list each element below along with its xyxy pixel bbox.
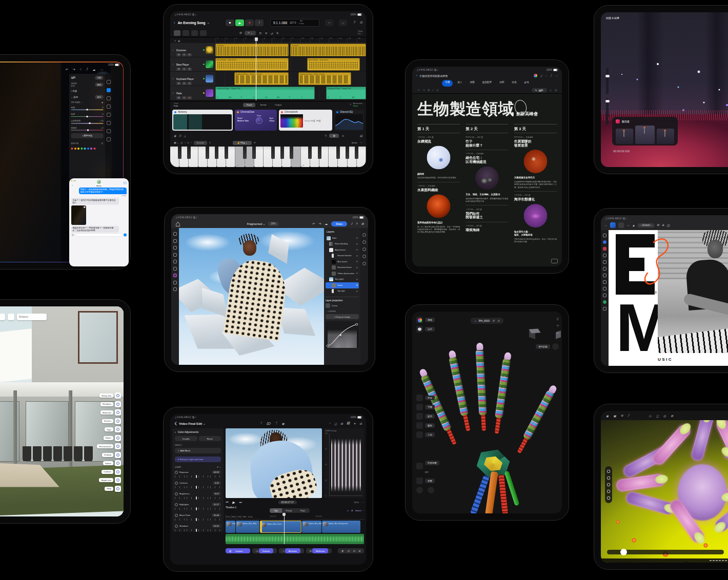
redo-icon[interactable]: ↷ [318,222,321,225]
panel-icon[interactable] [115,452,121,458]
panel-label[interactable]: Model Info [99,478,113,482]
brush-opacity-slider[interactable] [606,98,609,125]
play-button[interactable]: ▶ [235,19,244,26]
browse-button[interactable]: 瀏覽 [95,82,104,87]
piano-black-key[interactable] [318,147,321,159]
piano-black-key[interactable] [187,147,191,159]
layout-icon[interactable]: ◻ [334,422,337,425]
audio-region[interactable]: Drummer [215,44,289,56]
document-pill[interactable]: ⌂ RH_0003 ⚙ ⊖ [470,318,503,324]
italic-icon[interactable]: I [433,89,433,92]
panel-icon[interactable] [115,469,121,475]
section-view-label[interactable]: 剖面視圖 [425,461,439,465]
tool-icon[interactable] [416,431,423,438]
panel-row[interactable]: Help [97,486,121,492]
menu-icon[interactable] [618,222,624,228]
piano-black-key[interactable] [215,147,218,159]
color-tool-icon[interactable] [603,300,606,304]
bold-icon[interactable]: B [428,89,429,92]
edit-button[interactable]: ✎ 編輯 [532,88,547,92]
back-chevron-icon[interactable]: ‹ [175,430,176,433]
settings-icon[interactable]: ⚙ [492,319,495,322]
split-right-icon[interactable]: ⊞ [358,550,360,552]
panel-icon[interactable] [115,443,121,449]
project-title[interactable]: Video Final Edit ⌄ [179,422,206,425]
transform-tool-icon[interactable] [173,239,177,243]
frame-icon[interactable]: ◻ [656,414,659,418]
measure-icon[interactable] [416,478,423,484]
color-grading-icon[interactable]: ◎ [102,142,104,144]
bw-button[interactable]: 黑白 [95,95,104,99]
split-keyboard-icon[interactable]: ◫ [180,141,183,144]
audio-region[interactable]: Drummer [290,44,366,56]
drag-on-image-button[interactable]: ⌖ Drag on image [326,314,359,319]
automation-mode[interactable]: ✎ AutomationRead [350,102,362,107]
redo-icon[interactable]: ↷ [422,89,424,92]
layer-row[interactable]: Top right👁 [326,288,359,295]
fill-tool-icon[interactable] [173,281,177,284]
brush-tool-icon[interactable] [173,253,177,257]
faders-icon[interactable]: ≋ [341,134,344,137]
list-icon[interactable]: ☰ [555,89,557,92]
brush-size-slider[interactable] [606,68,609,94]
tool-icon[interactable] [416,422,423,429]
info-icon[interactable]: ○ [79,68,82,71]
video-preview[interactable] [226,428,322,498]
panel-row[interactable]: Styles [97,435,121,441]
midi-region[interactable]: Keyboard Player · Broken Chords [234,72,289,85]
lock-icon[interactable]: ◊ [209,141,210,144]
add-layer-icon[interactable] [362,233,366,237]
audio-track[interactable] [226,534,364,544]
count-in-button[interactable]: ⦚ [255,19,264,26]
piano-black-key[interactable] [346,147,349,159]
more-icon[interactable]: ⋯ [555,74,558,77]
copy-icon[interactable]: ⧉ [621,414,623,418]
eyedropper-tool-icon[interactable] [603,307,606,310]
render-mode-icon[interactable] [607,470,610,473]
tool-label[interactable]: 搜尋 [425,396,435,400]
minimize-icon[interactable]: ⊖ [359,20,362,25]
bar-ruler[interactable]: 12345678910111213141516 [215,37,366,43]
panel-row[interactable]: Shadows [97,401,121,407]
crop-tool-icon[interactable] [603,287,606,291]
collapse-icon[interactable]: ⊖ [497,319,500,322]
document-canvas[interactable]: 生物製造領域 創新高峰會 第 1 天下午1:00 — 201 室永續潮流綠時尚保… [412,94,562,266]
tool-label[interactable]: 工具 [425,432,435,437]
frame-thumbnail[interactable] [657,129,674,144]
panel-icon[interactable] [115,426,121,432]
mic-icon[interactable]: ᛉ [275,422,277,425]
panel-icon[interactable] [115,477,121,483]
panel-label[interactable]: Entity Info [99,393,113,398]
lasso-tool-icon[interactable] [173,246,177,250]
panel-row[interactable]: Display [97,452,121,458]
dimensions-icon[interactable]: ⊹ [556,323,559,327]
track-header[interactable]: 4 Pads MSR [170,86,215,100]
back-icon[interactable]: ← [604,224,608,227]
brush-tool-icon[interactable] [107,121,111,125]
tool-row[interactable]: 新增 [416,413,435,420]
stop-button[interactable]: ■ [226,19,234,26]
loop-icon[interactable]: ↻ [259,31,261,35]
mute-icon[interactable]: Ⓐ [347,550,349,552]
playhead[interactable] [256,37,256,100]
adjustment-slider[interactable]: Brightness9.07 [175,492,221,499]
video-clip[interactable]: Skyline_Blue_Wide [236,521,259,533]
split-icon[interactable]: ✕ [265,31,267,35]
panel-label[interactable]: Soften [103,461,113,465]
add-mask-button[interactable]: ＋ Add Mask [175,448,221,453]
color-mix-button[interactable]: ◑ 顏色混合 [71,133,104,138]
more-icon[interactable]: ⋯ [626,223,630,227]
app-icon[interactable] [610,222,616,228]
tint-slider[interactable]: 色調0 [71,113,104,117]
vibrance-slider[interactable]: 自然飽和度+ 14 [71,120,104,124]
piano-black-key[interactable] [243,147,247,159]
send-button[interactable]: ↑ [124,234,127,237]
tracks-view-icon[interactable] [174,30,180,36]
slider-knob[interactable] [620,549,627,555]
track-header[interactable]: 2 Bass Player MSR [170,57,215,71]
photo-attachment[interactable] [71,205,86,225]
piano-black-key[interactable] [336,147,340,159]
back-chevron-icon[interactable]: ‹ [174,419,177,428]
render-viewport[interactable] [601,420,728,563]
trash-icon[interactable]: 🗑 [341,550,343,552]
